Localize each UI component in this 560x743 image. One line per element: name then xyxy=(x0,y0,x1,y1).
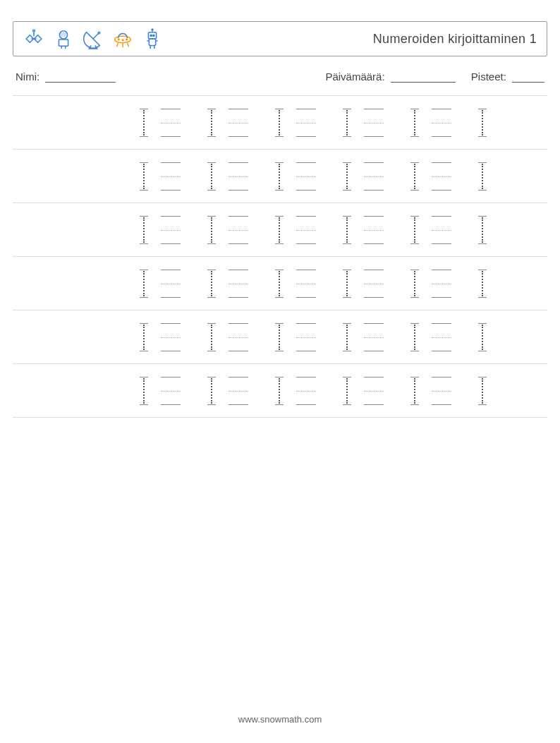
trace-digit-1[interactable] xyxy=(343,270,351,298)
cell-pair xyxy=(207,109,248,137)
trace-digit-1[interactable] xyxy=(140,270,148,298)
date-field: Päivämäärä: xyxy=(325,71,455,83)
worksheet-title: Numeroiden kirjoittaminen 1 xyxy=(373,32,537,47)
header-icons xyxy=(23,28,163,49)
name-field: Nimi: xyxy=(16,71,116,83)
trace-digit-1[interactable] xyxy=(478,270,487,298)
trace-digit-1[interactable] xyxy=(343,216,351,244)
cell-pair xyxy=(410,270,451,298)
write-blank[interactable] xyxy=(296,323,316,351)
astronaut-icon xyxy=(53,28,74,49)
name-label: Nimi: xyxy=(16,71,39,83)
write-blank[interactable] xyxy=(229,323,248,351)
trace-digit-1[interactable] xyxy=(207,216,216,244)
ufo-icon xyxy=(112,28,133,49)
write-blank[interactable] xyxy=(364,109,384,137)
trace-digit-1[interactable] xyxy=(478,323,487,351)
trace-digit-1[interactable] xyxy=(275,216,284,244)
date-blank[interactable] xyxy=(391,72,456,83)
write-blank[interactable] xyxy=(161,109,181,137)
write-blank[interactable] xyxy=(432,109,451,137)
trace-digit-1[interactable] xyxy=(410,377,419,405)
cell-pair xyxy=(140,109,181,137)
trace-digit-1[interactable] xyxy=(410,270,419,298)
write-blank[interactable] xyxy=(364,162,384,191)
write-blank[interactable] xyxy=(296,377,316,405)
cell-pair xyxy=(140,216,181,244)
trace-digit-1[interactable] xyxy=(275,162,284,191)
trace-digit-1[interactable] xyxy=(478,216,487,244)
svg-point-12 xyxy=(118,39,119,40)
write-blank[interactable] xyxy=(432,216,451,244)
write-blank[interactable] xyxy=(229,216,248,244)
practice-row xyxy=(13,203,547,257)
cell-pair xyxy=(343,377,384,405)
svg-point-4 xyxy=(33,30,35,32)
write-blank[interactable] xyxy=(229,162,248,191)
trace-digit-1[interactable] xyxy=(140,323,148,351)
trace-digit-1[interactable] xyxy=(410,109,419,137)
score-label: Pisteet: xyxy=(471,71,506,83)
trace-digit-1[interactable] xyxy=(410,323,419,351)
write-blank[interactable] xyxy=(364,377,384,405)
write-blank[interactable] xyxy=(432,162,451,191)
svg-point-20 xyxy=(153,35,154,36)
trace-digit-1[interactable] xyxy=(343,377,351,405)
trace-digit-1[interactable] xyxy=(478,377,487,405)
trace-digit-1[interactable] xyxy=(275,377,284,405)
cell-pair xyxy=(207,323,248,351)
trace-digit-1[interactable] xyxy=(275,109,284,137)
trace-digit-1[interactable] xyxy=(478,109,487,137)
cell-pair xyxy=(275,109,316,137)
footer-url: www.snowmath.com xyxy=(0,714,560,725)
write-blank[interactable] xyxy=(432,270,451,298)
trace-digit-1[interactable] xyxy=(140,216,148,244)
svg-line-15 xyxy=(117,43,118,47)
write-blank[interactable] xyxy=(229,109,248,137)
trace-digit-1[interactable] xyxy=(343,323,351,351)
write-blank[interactable] xyxy=(229,270,248,298)
trace-digit-1[interactable] xyxy=(478,162,487,191)
trace-digit-1[interactable] xyxy=(207,270,216,298)
trace-digit-1[interactable] xyxy=(207,377,216,405)
trace-digit-1[interactable] xyxy=(207,109,216,137)
write-blank[interactable] xyxy=(161,216,181,244)
write-blank[interactable] xyxy=(161,323,181,351)
trace-digit-1[interactable] xyxy=(275,270,284,298)
write-blank[interactable] xyxy=(432,323,451,351)
practice-row xyxy=(13,96,547,150)
trace-digit-1[interactable] xyxy=(343,162,351,191)
svg-line-9 xyxy=(93,34,99,40)
write-blank[interactable] xyxy=(364,270,384,298)
score-blank[interactable] xyxy=(512,72,544,83)
write-blank[interactable] xyxy=(296,270,316,298)
trace-digit-1[interactable] xyxy=(275,323,284,351)
cell-pair xyxy=(410,109,451,137)
trace-digit-1[interactable] xyxy=(140,162,148,191)
write-blank[interactable] xyxy=(296,162,316,191)
write-blank[interactable] xyxy=(296,109,316,137)
cell-pair xyxy=(140,270,181,298)
write-blank[interactable] xyxy=(364,216,384,244)
trace-digit-1[interactable] xyxy=(140,377,148,405)
trace-digit-1[interactable] xyxy=(140,109,148,137)
svg-line-17 xyxy=(128,43,129,47)
write-blank[interactable] xyxy=(296,216,316,244)
trace-digit-1[interactable] xyxy=(207,323,216,351)
cell-pair xyxy=(207,270,248,298)
write-blank[interactable] xyxy=(161,162,181,191)
svg-point-13 xyxy=(122,40,123,41)
cell-pair xyxy=(207,162,248,191)
name-blank[interactable] xyxy=(45,72,116,83)
practice-cells xyxy=(140,216,487,244)
write-blank[interactable] xyxy=(161,377,181,405)
write-blank[interactable] xyxy=(161,270,181,298)
cell-pair xyxy=(410,216,451,244)
trace-digit-1[interactable] xyxy=(410,216,419,244)
write-blank[interactable] xyxy=(229,377,248,405)
trace-digit-1[interactable] xyxy=(343,109,351,137)
trace-digit-1[interactable] xyxy=(207,162,216,191)
trace-digit-1[interactable] xyxy=(410,162,419,191)
write-blank[interactable] xyxy=(432,377,451,405)
write-blank[interactable] xyxy=(364,323,384,351)
